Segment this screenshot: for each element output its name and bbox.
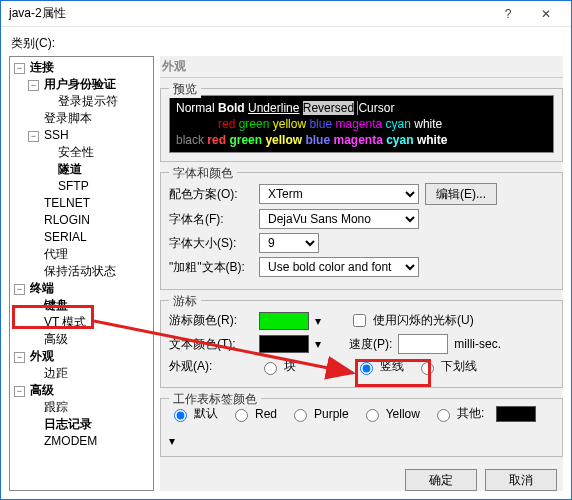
pv-cyan2: cyan: [386, 133, 413, 147]
ws-default-radio[interactable]: [174, 409, 187, 422]
text-color-label: 文本颜色(T):: [169, 336, 253, 353]
tree-rlogin[interactable]: RLOGIN: [42, 213, 92, 227]
pv-blue2: blue: [305, 133, 330, 147]
fontsize-select[interactable]: 9: [259, 233, 319, 253]
tree-terminal-adv[interactable]: 高级: [42, 332, 70, 346]
expand-icon[interactable]: −: [14, 352, 25, 363]
dropdown-icon[interactable]: ▾: [315, 314, 321, 328]
shape-block-radio[interactable]: [264, 362, 277, 375]
tree-login-script[interactable]: 登录脚本: [42, 111, 94, 125]
tree-auth[interactable]: 用户身份验证: [42, 77, 118, 91]
font-legend: 字体和颜色: [169, 165, 237, 182]
tree-zmodem[interactable]: ZMODEM: [42, 434, 99, 448]
shape-uline-label: 下划线: [441, 358, 477, 375]
pv-normal: Normal: [176, 101, 215, 115]
tree-vtmode[interactable]: VT 模式: [42, 315, 88, 329]
scheme-select[interactable]: XTerm: [259, 184, 419, 204]
pv-magenta: magenta: [335, 117, 382, 131]
tree-keepalive[interactable]: 保持活动状态: [42, 264, 118, 278]
boldtext-label: "加粗"文本(B):: [169, 259, 253, 276]
fontname-label: 字体名(F):: [169, 211, 253, 228]
tree-serial[interactable]: SERIAL: [42, 230, 89, 244]
shape-uline-radio[interactable]: [421, 362, 434, 375]
shape-vline-radio[interactable]: [360, 362, 373, 375]
expand-icon[interactable]: −: [28, 80, 39, 91]
pv-reversed: Reversed: [303, 101, 354, 115]
dialog-body: 类别(C): −连接 −用户身份验证 登录提示符 登录脚本 −SSH: [1, 27, 571, 499]
tree-proxy[interactable]: 代理: [42, 247, 70, 261]
expand-icon[interactable]: −: [28, 131, 39, 142]
boldtext-select[interactable]: Use bold color and font: [259, 257, 419, 277]
pv-yellow: yellow: [273, 117, 306, 131]
pv-cursor: Cursor: [358, 101, 394, 115]
pv-blue: blue: [309, 117, 332, 131]
ws-red-label: Red: [255, 407, 277, 421]
close-button[interactable]: ✕: [527, 3, 565, 25]
tree-telnet[interactable]: TELNET: [42, 196, 92, 210]
dialog-footer: 确定 取消: [160, 461, 563, 491]
fontname-select[interactable]: DejaVu Sans Mono: [259, 209, 419, 229]
help-button[interactable]: ?: [489, 3, 527, 25]
speed-input[interactable]: [398, 334, 448, 354]
pv-cyan: cyan: [386, 117, 411, 131]
tree-log[interactable]: 日志记录: [42, 417, 94, 431]
ws-red-radio[interactable]: [235, 409, 248, 422]
blink-checkbox[interactable]: [353, 314, 366, 327]
pv-red2: red: [207, 133, 226, 147]
tree-sftp[interactable]: SFTP: [56, 179, 91, 193]
cursor-legend: 游标: [169, 293, 201, 310]
tree-ssh[interactable]: SSH: [42, 128, 71, 142]
dropdown-icon[interactable]: ▾: [169, 434, 175, 448]
expand-icon[interactable]: −: [14, 63, 25, 74]
edit-scheme-button[interactable]: 编辑(E)...: [425, 183, 497, 205]
blink-label: 使用闪烁的光标(U): [373, 312, 474, 329]
ok-button[interactable]: 确定: [405, 469, 477, 491]
tree-connection[interactable]: 连接: [28, 60, 56, 74]
cursor-color-swatch[interactable]: [259, 312, 309, 330]
pv-green2: green: [229, 133, 262, 147]
pv-white2: white: [417, 133, 448, 147]
window-title: java-2属性: [7, 5, 489, 22]
tree-advanced[interactable]: 高级: [28, 383, 56, 397]
pv-black2: black: [176, 133, 204, 147]
shape-label: 外观(A):: [169, 358, 253, 375]
speed-unit: milli-sec.: [454, 337, 501, 351]
scheme-label: 配色方案(O):: [169, 186, 253, 203]
worksheet-group: 工作表标签颜色 默认 Red Purple Yellow 其他: ▾: [160, 398, 563, 457]
fontsize-label: 字体大小(S):: [169, 235, 253, 252]
expand-icon[interactable]: −: [14, 284, 25, 295]
pv-white: white: [414, 117, 442, 131]
cancel-button[interactable]: 取消: [485, 469, 557, 491]
tree-tunnel[interactable]: 隧道: [56, 162, 84, 176]
tree-appearance[interactable]: 外观: [28, 349, 56, 363]
pv-magenta2: magenta: [333, 133, 382, 147]
tree-terminal[interactable]: 终端: [28, 281, 56, 295]
expand-icon[interactable]: −: [14, 386, 25, 397]
cursor-color-label: 游标颜色(R):: [169, 312, 253, 329]
shape-block-label: 块: [284, 358, 296, 375]
text-color-swatch[interactable]: [259, 335, 309, 353]
ws-other-swatch[interactable]: [496, 406, 536, 422]
ws-yellow-radio[interactable]: [366, 409, 379, 422]
ws-yellow-label: Yellow: [386, 407, 420, 421]
tree-keyboard[interactable]: 键盘: [42, 298, 70, 312]
cursor-group: 游标 游标颜色(R): ▾ 使用闪烁的光标(U) 文本颜色(T): ▾ 速度(P…: [160, 300, 563, 388]
speed-label: 速度(P):: [349, 336, 392, 353]
dialog-window: { "title": "java-2属性", "category_label":…: [0, 0, 572, 500]
settings-panel: 外观 预览 Normal Bold Underline Reversed Cur…: [160, 56, 563, 491]
preview-group: 预览 Normal Bold Underline Reversed Cursor…: [160, 88, 563, 162]
ws-purple-radio[interactable]: [294, 409, 307, 422]
category-label: 类别(C):: [11, 35, 563, 52]
dropdown-icon[interactable]: ▾: [315, 337, 321, 351]
pv-underline: Underline: [248, 101, 299, 115]
tree-security[interactable]: 安全性: [56, 145, 96, 159]
tree-login-prompt[interactable]: 登录提示符: [56, 94, 120, 108]
ws-other-radio[interactable]: [437, 409, 450, 422]
category-tree[interactable]: −连接 −用户身份验证 登录提示符 登录脚本 −SSH 安全性 隧道: [9, 56, 154, 491]
tree-trace[interactable]: 跟踪: [42, 400, 70, 414]
pv-bold: Bold: [218, 101, 245, 115]
panel-title: 外观: [160, 56, 563, 78]
pv-green: green: [239, 117, 270, 131]
font-color-group: 字体和颜色 配色方案(O): XTerm 编辑(E)... 字体名(F): De…: [160, 172, 563, 290]
tree-margin[interactable]: 边距: [42, 366, 70, 380]
